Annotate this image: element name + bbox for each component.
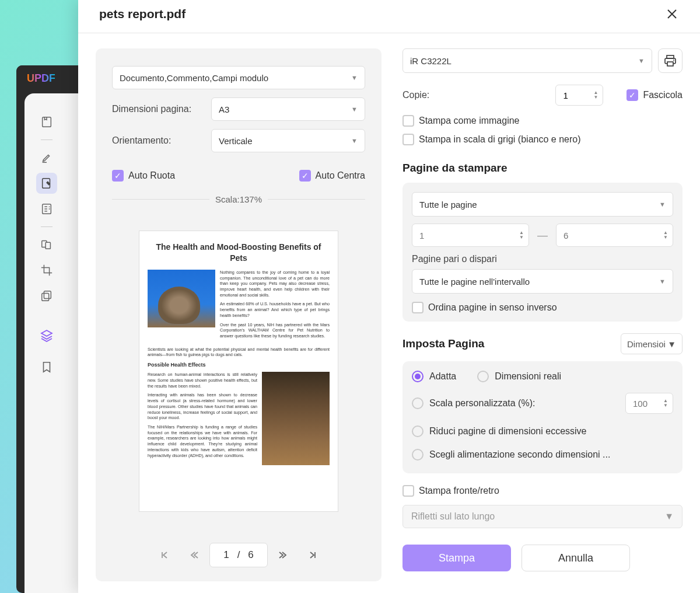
page-size-value: A3 xyxy=(219,104,229,114)
page-size-select[interactable]: A3 ▼ xyxy=(211,97,365,121)
range-to-input[interactable] xyxy=(564,231,587,240)
svg-rect-9 xyxy=(44,291,51,299)
checkbox-unchecked-icon xyxy=(402,134,414,145)
range-from-spinner[interactable]: ▲▼ xyxy=(412,224,529,247)
copies-input[interactable] xyxy=(563,90,586,100)
radio-custom-label: Scala personalizzata (%): xyxy=(429,398,535,409)
printer-select[interactable]: iR C3222L ▼ xyxy=(402,48,652,73)
checkbox-unchecked-icon xyxy=(402,115,414,127)
custom-scale-spinner[interactable]: ▲▼ xyxy=(625,393,673,414)
form-icon[interactable] xyxy=(36,198,57,219)
caret-down-icon: ▼ xyxy=(351,74,358,81)
batch-icon[interactable] xyxy=(36,285,57,306)
duplex-mode-select[interactable]: Rifletti sul lato lungo ▼ xyxy=(402,505,682,528)
size-small-value: Dimensioi xyxy=(627,339,666,349)
next-page-button[interactable] xyxy=(270,543,297,567)
svg-point-5 xyxy=(49,208,50,210)
checkbox-unchecked-icon xyxy=(412,302,424,313)
radio-unchecked-icon xyxy=(412,449,424,461)
radio-actual-label: Dimensioni reali xyxy=(495,371,561,382)
orientation-select[interactable]: Verticale ▼ xyxy=(211,129,365,152)
setup-section-title: Imposta Pagina xyxy=(402,337,484,350)
crop-icon[interactable] xyxy=(36,260,57,281)
collate-checkbox[interactable]: ✓ Fascicola xyxy=(626,89,682,101)
svg-rect-8 xyxy=(42,293,49,301)
radio-unchecked-icon xyxy=(412,397,424,409)
pages-select[interactable]: Tutte le pagine ▼ xyxy=(412,192,673,217)
layers-select[interactable]: Documento,Commento,Campi modulo ▼ xyxy=(112,66,365,89)
radio-custom-scale[interactable]: Scala personalizzata (%): xyxy=(412,397,620,409)
collate-label: Fascicola xyxy=(643,90,682,100)
duplex-checkbox[interactable]: Stampa fronte/retro xyxy=(402,485,682,497)
radio-actual[interactable]: Dimensioni reali xyxy=(477,371,561,382)
custom-scale-input[interactable] xyxy=(633,399,656,409)
duplex-label: Stampa fronte/retro xyxy=(419,486,499,496)
reader-icon[interactable] xyxy=(36,111,57,132)
highlighter-icon[interactable] xyxy=(36,147,57,168)
organize-icon[interactable] xyxy=(36,234,57,255)
first-page-button[interactable] xyxy=(151,543,178,567)
app-logo: UPDF xyxy=(27,72,55,84)
layers-select-value: Documento,Commento,Campi modulo xyxy=(120,73,268,83)
size-small-select[interactable]: Dimensioi ▼ xyxy=(621,333,682,354)
caret-down-icon: ▼ xyxy=(664,511,674,522)
radio-shrink[interactable]: Riduci pagine di dimensioni eccessive xyxy=(412,425,673,437)
odd-even-value: Tutte le pagine nell'intervallo xyxy=(419,277,530,287)
range-to-spinner[interactable]: ▲▼ xyxy=(556,224,673,247)
close-button[interactable] xyxy=(665,7,679,21)
pages-section-title: Pagine da stampare xyxy=(402,162,682,175)
auto-rotate-label: Auto Ruota xyxy=(128,170,175,181)
caret-down-icon: ▼ xyxy=(638,57,645,64)
printer-value: iR C3222L xyxy=(410,56,452,66)
layers-icon[interactable] xyxy=(36,325,57,346)
reverse-order-label: Ordina pagine in senso inverso xyxy=(428,302,557,313)
preview-image-dog xyxy=(262,372,330,465)
bookmark-icon[interactable] xyxy=(36,357,57,378)
range-from-input[interactable] xyxy=(419,231,443,240)
prev-page-button[interactable] xyxy=(180,543,207,567)
radio-unchecked-icon xyxy=(412,425,424,437)
svg-rect-7 xyxy=(46,242,50,249)
page-display: 1 / 6 xyxy=(209,543,268,567)
caret-down-icon: ▼ xyxy=(659,201,666,208)
preview-image-cat xyxy=(148,270,215,327)
caret-down-icon: ▼ xyxy=(659,278,666,285)
pager: 1 / 6 xyxy=(112,543,365,567)
radio-feed-label: Scegli alimentazione secondo dimensioni … xyxy=(429,449,610,460)
copies-spinner[interactable]: ▲▼ xyxy=(555,85,603,106)
edit-icon[interactable] xyxy=(36,173,57,194)
cancel-button[interactable]: Annulla xyxy=(522,545,630,571)
auto-center-checkbox[interactable]: ✓ Auto Centra xyxy=(299,170,365,182)
reverse-order-checkbox[interactable]: Ordina pagine in senso inverso xyxy=(412,302,673,313)
radio-shrink-label: Riduci pagine di dimensioni eccessive xyxy=(429,426,586,437)
svg-rect-23 xyxy=(667,62,673,66)
pages-select-value: Tutte le pagine xyxy=(419,200,477,210)
svg-point-4 xyxy=(49,206,50,207)
radio-unchecked-icon xyxy=(477,371,489,382)
checkbox-checked-icon: ✓ xyxy=(299,170,311,182)
printer-settings-button[interactable] xyxy=(658,48,682,73)
odd-even-label: Pagine pari o dispari xyxy=(412,254,673,264)
caret-down-icon: ▼ xyxy=(667,339,676,349)
odd-even-select[interactable]: Tutte le pagine nell'intervallo ▼ xyxy=(412,269,673,294)
auto-rotate-checkbox[interactable]: ✓ Auto Ruota xyxy=(112,170,175,182)
print-as-image-checkbox[interactable]: Stampa come immagine xyxy=(402,115,682,127)
print-button[interactable]: Stampa xyxy=(402,545,511,571)
checkbox-checked-icon: ✓ xyxy=(112,170,124,182)
radio-fit-label: Adatta xyxy=(429,371,456,382)
dialog-title: pets report.pdf xyxy=(99,7,186,21)
scale-label: Scala:137% xyxy=(215,194,262,204)
last-page-button[interactable] xyxy=(299,543,326,567)
radio-choose-source[interactable]: Scegli alimentazione secondo dimensioni … xyxy=(412,449,673,461)
page-preview: The Health and Mood-Boosting Benefits of… xyxy=(139,231,338,512)
radio-fit[interactable]: Adatta xyxy=(412,371,456,382)
caret-down-icon: ▼ xyxy=(351,137,358,144)
duplex-mode-value: Rifletti sul lato lungo xyxy=(411,511,495,522)
grayscale-checkbox[interactable]: Stampa in scala di grigi (bianco e nero) xyxy=(402,134,682,145)
orientation-label: Orientamento: xyxy=(112,135,211,146)
print-dialog: pets report.pdf Documento,Commento,Campi… xyxy=(78,0,700,593)
grayscale-label: Stampa in scala di grigi (bianco e nero) xyxy=(419,134,580,145)
copies-label: Copie: xyxy=(402,90,532,100)
range-dash: — xyxy=(537,229,548,242)
print-as-image-label: Stampa come immagine xyxy=(419,116,520,126)
